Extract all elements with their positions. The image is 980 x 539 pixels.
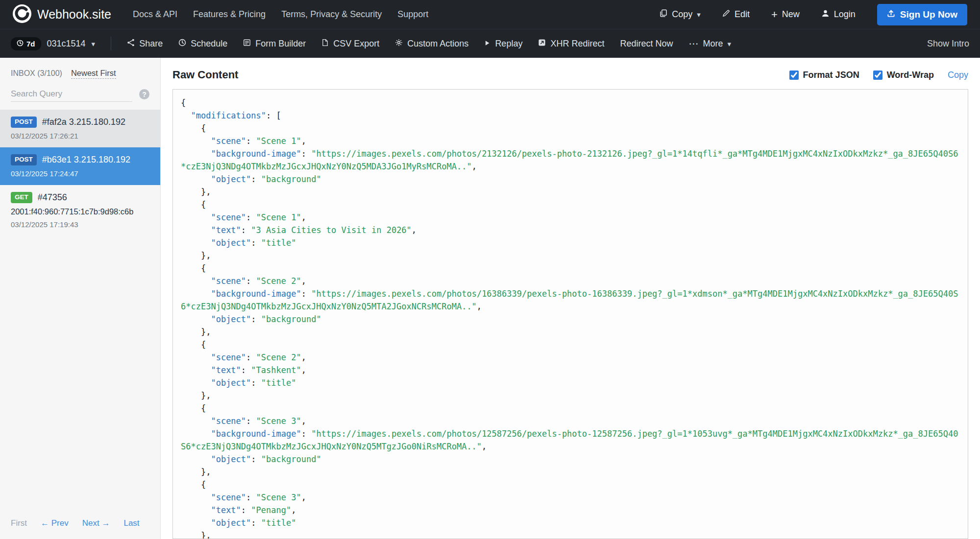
- request-ip: 2001:f40:960:7715:1c7b:9d98:c6b: [11, 207, 149, 216]
- request-id: #b63e1 3.215.180.192: [42, 155, 130, 165]
- pagination-next[interactable]: Next →: [82, 518, 110, 528]
- copy-icon: [660, 9, 667, 20]
- user-icon: [821, 9, 830, 20]
- token-selector[interactable]: 7d 031c1514 ▾: [11, 37, 95, 50]
- format-json-checkbox[interactable]: [789, 70, 799, 80]
- nav-support[interactable]: Support: [397, 9, 428, 20]
- webhook-logo-icon: [13, 4, 31, 25]
- main-nav: Docs & API Features & Pricing Terms, Pri…: [133, 9, 428, 20]
- token-id: 031c1514: [47, 39, 86, 49]
- chevron-down-icon: ▾: [728, 40, 732, 47]
- page-title: Raw Content: [172, 69, 238, 81]
- redirect-now-button[interactable]: Redirect Now: [620, 39, 673, 49]
- request-id: #47356: [38, 192, 67, 203]
- play-icon: [484, 39, 490, 49]
- request-date: 03/12/2025 17:19:43: [11, 220, 149, 229]
- method-badge: POST: [11, 117, 37, 128]
- request-list: POST #faf2a 3.215.180.192 03/12/2025 17:…: [0, 110, 160, 510]
- new-button[interactable]: + New: [771, 9, 800, 20]
- search-row: ?: [0, 83, 160, 110]
- copy-dropdown[interactable]: Copy ▾: [660, 9, 701, 20]
- request-id: #faf2a 3.215.180.192: [42, 117, 125, 127]
- main-panel: Raw Content Format JSON Word-Wrap Copy {…: [161, 58, 980, 539]
- schedule-button[interactable]: Schedule: [178, 39, 227, 49]
- document-icon: [321, 39, 329, 49]
- share-button[interactable]: Share: [127, 39, 163, 49]
- method-badge: GET: [11, 192, 32, 203]
- navbar-actions: Copy ▾ Edit + New Login Sign Up Now: [660, 4, 967, 25]
- top-navbar: Webhook.site Docs & API Features & Prici…: [0, 0, 980, 29]
- toolbar-divider: [111, 37, 111, 50]
- show-intro-link[interactable]: Show Intro: [927, 39, 969, 49]
- search-help-icon[interactable]: ?: [139, 89, 149, 99]
- share-icon: [127, 39, 135, 49]
- pagination-last[interactable]: Last: [123, 518, 139, 528]
- clock-icon: [17, 40, 24, 48]
- csv-export-button[interactable]: CSV Export: [321, 39, 379, 49]
- replay-button[interactable]: Replay: [484, 39, 522, 49]
- method-badge: POST: [11, 154, 37, 165]
- edit-button[interactable]: Edit: [722, 9, 750, 20]
- plus-icon: +: [771, 9, 778, 20]
- chevron-down-icon: ▾: [697, 11, 701, 18]
- signup-button[interactable]: Sign Up Now: [877, 4, 967, 25]
- pagination-first[interactable]: First: [11, 518, 27, 528]
- request-item[interactable]: GET #47356 2001:f40:960:7715:1c7b:9d98:c…: [0, 185, 160, 236]
- request-item[interactable]: POST #faf2a 3.215.180.192 03/12/2025 17:…: [0, 110, 160, 147]
- custom-actions-button[interactable]: Custom Actions: [395, 39, 468, 49]
- nav-terms-privacy[interactable]: Terms, Privacy & Security: [281, 9, 382, 20]
- nav-features-pricing[interactable]: Features & Pricing: [193, 9, 266, 20]
- raw-content-code-box[interactable]: { "modifications": [ { "scene": "Scene 1…: [172, 89, 968, 539]
- request-date: 03/12/2025 17:24:47: [11, 169, 149, 178]
- chevron-down-icon: ▾: [92, 40, 96, 47]
- xhr-redirect-button[interactable]: XHR Redirect: [538, 39, 604, 49]
- pagination-prev[interactable]: ← Prev: [41, 518, 69, 528]
- more-dropdown[interactable]: ⋯ More ▾: [688, 39, 731, 49]
- nav-docs-api[interactable]: Docs & API: [133, 9, 177, 20]
- pagination: First ← Prev Next → Last: [0, 510, 160, 539]
- word-wrap-toggle[interactable]: Word-Wrap: [873, 70, 934, 80]
- clock-icon: [178, 39, 186, 49]
- format-json-toggle[interactable]: Format JSON: [789, 70, 859, 80]
- sort-toggle[interactable]: Newest First: [71, 69, 116, 79]
- gear-icon: [395, 39, 403, 49]
- sidebar-header: INBOX (3/100) Newest First: [0, 58, 160, 83]
- toolbar: 7d 031c1514 ▾ Share Schedule Form Builde…: [0, 29, 980, 58]
- form-icon: [243, 39, 251, 49]
- home-link[interactable]: Webhook.site: [13, 4, 111, 25]
- brand-title: Webhook.site: [37, 7, 111, 22]
- view-controls: Format JSON Word-Wrap Copy: [789, 70, 968, 80]
- content-area: INBOX (3/100) Newest First ? POST #faf2a…: [0, 58, 980, 539]
- request-date: 03/12/2025 17:26:21: [11, 132, 149, 140]
- request-item-selected[interactable]: POST #b63e1 3.215.180.192 03/12/2025 17:…: [0, 147, 160, 185]
- raw-content-code: { "modifications": [ { "scene": "Scene 1…: [181, 96, 960, 539]
- word-wrap-checkbox[interactable]: [873, 70, 882, 80]
- form-builder-button[interactable]: Form Builder: [243, 39, 306, 49]
- copy-content-link[interactable]: Copy: [948, 70, 968, 80]
- pencil-icon: [722, 9, 730, 20]
- search-input[interactable]: [11, 87, 132, 102]
- inbox-count-label: INBOX (3/100): [11, 69, 62, 78]
- raw-content-header: Raw Content Format JSON Word-Wrap Copy: [172, 69, 968, 81]
- redirect-box-icon: [538, 39, 546, 49]
- requests-sidebar: INBOX (3/100) Newest First ? POST #faf2a…: [0, 58, 161, 539]
- ellipsis-icon: ⋯: [688, 39, 698, 48]
- login-button[interactable]: Login: [821, 9, 856, 20]
- signup-arrow-icon: [887, 9, 895, 20]
- retention-badge: 7d: [11, 37, 41, 50]
